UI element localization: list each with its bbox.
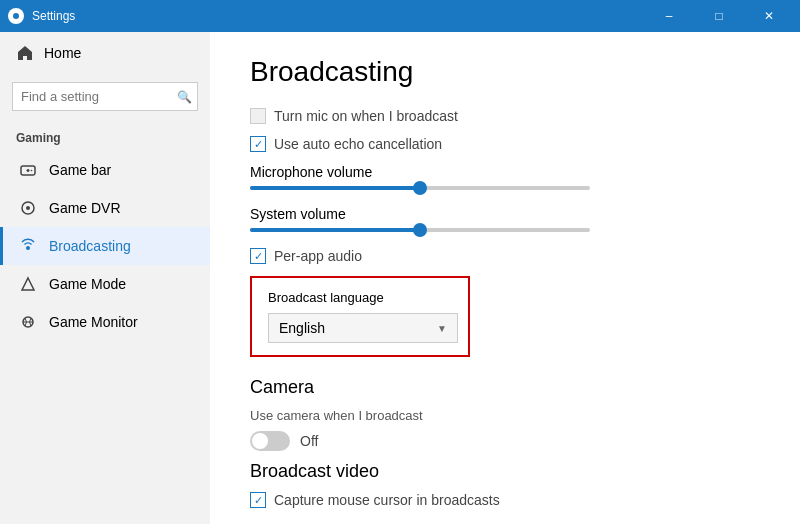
maximize-button[interactable]: □ [696,0,742,32]
camera-section-heading: Camera [250,377,760,398]
chevron-down-icon: ▼ [437,323,447,334]
sidebar-item-game-bar[interactable]: Game bar [0,151,210,189]
close-button[interactable]: ✕ [746,0,792,32]
sidebar-section-label: Gaming [0,127,210,151]
home-label: Home [44,45,81,61]
sidebar-item-label: Game DVR [49,200,121,216]
sidebar-item-game-mode[interactable]: Game Mode [0,265,210,303]
sidebar-item-label: Game Monitor [49,314,138,330]
main-content: Broadcasting Turn mic on when I broadcas… [210,32,800,524]
sidebar-item-label: Game Mode [49,276,126,292]
camera-toggle[interactable] [250,431,290,451]
svg-point-0 [13,13,19,19]
mic-volume-section: Microphone volume [250,164,760,190]
mic-volume-label: Microphone volume [250,164,760,180]
sidebar-item-broadcasting[interactable]: Broadcasting [0,227,210,265]
broadcast-icon [19,237,37,255]
auto-echo-setting[interactable]: Use auto echo cancellation [250,136,760,152]
home-icon [16,44,34,62]
sidebar-item-label: Game bar [49,162,111,178]
auto-echo-checkbox[interactable] [250,136,266,152]
search-icon: 🔍 [177,90,192,104]
page-title: Broadcasting [250,56,760,88]
sidebar-home[interactable]: Home [0,32,210,74]
mic-volume-thumb[interactable] [413,181,427,195]
game-mode-icon [19,275,37,293]
sidebar-item-label: Broadcasting [49,238,131,254]
svg-marker-8 [22,278,34,290]
title-bar-text: Settings [32,9,75,23]
sidebar: Home 🔍 Gaming Game bar Game DVR Broadcas… [0,32,210,524]
capture-mouse-checkbox[interactable] [250,492,266,508]
auto-echo-label: Use auto echo cancellation [274,136,442,152]
sys-volume-section: System volume [250,206,760,232]
svg-point-6 [26,206,30,210]
mic-volume-fill [250,186,420,190]
broadcast-video-heading: Broadcast video [250,461,760,482]
game-monitor-icon [19,313,37,331]
per-app-audio-setting[interactable]: Per-app audio [250,248,760,264]
settings-app-icon [8,8,24,24]
search-box[interactable]: 🔍 [12,82,198,111]
sys-volume-fill [250,228,420,232]
broadcast-language-value: English [279,320,325,336]
camera-sub-label: Use camera when I broadcast [250,408,760,423]
camera-toggle-label: Off [300,433,318,449]
sidebar-item-game-dvr[interactable]: Game DVR [0,189,210,227]
app-body: Home 🔍 Gaming Game bar Game DVR Broadcas… [0,32,800,524]
turn-mic-checkbox[interactable] [250,108,266,124]
game-dvr-icon [19,199,37,217]
mic-volume-slider[interactable] [250,186,590,190]
minimize-button[interactable]: – [646,0,692,32]
broadcast-language-label: Broadcast language [268,290,452,305]
sys-volume-label: System volume [250,206,760,222]
per-app-audio-label: Per-app audio [274,248,362,264]
turn-mic-setting[interactable]: Turn mic on when I broadcast [250,108,760,124]
broadcast-language-dropdown[interactable]: English ▼ [268,313,458,343]
capture-mouse-setting[interactable]: Capture mouse cursor in broadcasts [250,492,760,508]
sys-volume-slider[interactable] [250,228,590,232]
camera-toggle-row: Off [250,431,760,451]
turn-mic-label: Turn mic on when I broadcast [274,108,458,124]
title-bar-left: Settings [8,8,75,24]
game-bar-icon [19,161,37,179]
camera-toggle-thumb [252,433,268,449]
broadcast-language-box: Broadcast language English ▼ [250,276,470,357]
title-bar-controls: – □ ✕ [646,0,792,32]
title-bar: Settings – □ ✕ [0,0,800,32]
per-app-audio-checkbox[interactable] [250,248,266,264]
svg-point-4 [31,170,33,172]
capture-mouse-label: Capture mouse cursor in broadcasts [274,492,500,508]
svg-point-7 [26,246,30,250]
sidebar-item-game-monitor[interactable]: Game Monitor [0,303,210,341]
search-input[interactable] [12,82,198,111]
sys-volume-thumb[interactable] [413,223,427,237]
